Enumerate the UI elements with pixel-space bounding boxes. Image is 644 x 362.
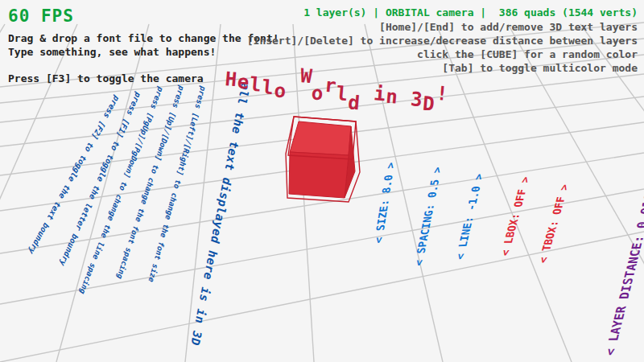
help-distance: [Insert]/[Delete] to increase/decrease d… (247, 35, 638, 47)
hint-type: Type something, see what happens! (8, 46, 216, 58)
hint-camera: Press [F3] to toggle the camera (8, 72, 204, 84)
app-window: press [F2] to toggle the text boundry pr… (0, 0, 644, 362)
status-bar: 1 layer(s) | ORBITAL camera | 386 quads … (303, 6, 638, 19)
cube-top-face (290, 121, 351, 155)
help-multicolor: [Tab] to toggle multicolor mode (442, 62, 638, 74)
hint-drag-drop: Drag & drop a font file to change the fo… (8, 32, 279, 44)
fps-counter: 60 FPS (8, 6, 74, 26)
cube[interactable] (286, 117, 360, 202)
help-layers: [Home]/[End] to add/remove 3D text layer… (379, 21, 638, 33)
help-cube-color: click the [CUBE] for a random color (417, 48, 638, 60)
